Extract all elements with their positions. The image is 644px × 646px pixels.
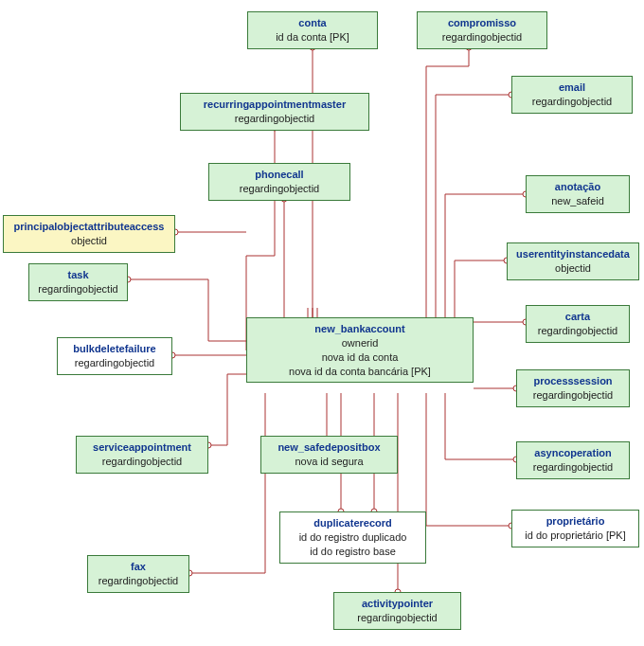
entity-title: processsession xyxy=(523,374,623,388)
entity-attr: id do proprietário [PK] xyxy=(518,529,633,543)
entity-title: carta xyxy=(532,310,623,324)
entity-anotacao[interactable]: anotação new_safeid xyxy=(526,175,630,213)
entity-title: new_bankaccount xyxy=(253,322,467,336)
entity-recurringappointmentmaster[interactable]: recurringappointmentmaster regardingobje… xyxy=(180,93,369,131)
entity-phonecall[interactable]: phonecall regardingobjectid xyxy=(208,163,350,201)
entity-attr: regardingobjectid xyxy=(423,30,541,45)
entity-attr: objectid xyxy=(9,234,169,248)
entity-attr: regardingobjectid xyxy=(94,574,183,588)
entity-attr: regardingobjectid xyxy=(518,95,626,109)
entity-task[interactable]: task regardingobjectid xyxy=(28,263,128,301)
entity-title: phonecall xyxy=(215,168,344,182)
entity-attr: id do registro base xyxy=(286,545,420,559)
entity-title: email xyxy=(518,81,626,95)
entity-carta[interactable]: carta regardingobjectid xyxy=(526,305,630,343)
entity-attr: regardingobjectid xyxy=(187,112,363,126)
entity-compromisso[interactable]: compromisso regardingobjectid xyxy=(417,11,547,49)
entity-email[interactable]: email regardingobjectid xyxy=(511,76,633,114)
entity-attr: regardingobjectid xyxy=(215,182,344,196)
entity-title: compromisso xyxy=(423,16,541,30)
entity-bulkdeletefailure[interactable]: bulkdeletefailure regardingobjectid xyxy=(57,337,172,375)
entity-processsession[interactable]: processsession regardingobjectid xyxy=(516,369,630,407)
entity-title: recurringappointmentmaster xyxy=(187,98,363,112)
entity-attr: nova id da conta bancária [PK] xyxy=(253,365,467,379)
entity-title: fax xyxy=(94,560,183,574)
entity-attr: regardingobjectid xyxy=(340,611,455,625)
entity-title: proprietário xyxy=(518,514,633,529)
entity-activitypointer[interactable]: activitypointer regardingobjectid xyxy=(333,592,461,630)
entity-new-bankaccount[interactable]: new_bankaccount ownerid nova id da conta… xyxy=(246,317,474,383)
entity-attr: regardingobjectid xyxy=(523,460,623,475)
entity-attr: nova id da conta xyxy=(253,350,467,365)
entity-principalobjectattributeaccess[interactable]: principalobjectattributeaccess objectid xyxy=(3,215,175,253)
entity-title: anotação xyxy=(532,180,623,194)
entity-attr: id do registro duplicado xyxy=(286,530,420,545)
entity-duplicaterecord[interactable]: duplicaterecord id do registro duplicado… xyxy=(279,511,426,564)
entity-title: duplicaterecord xyxy=(286,516,420,530)
entity-new-safedepositbox[interactable]: new_safedepositbox nova id segura xyxy=(260,436,398,474)
entity-attr: nova id segura xyxy=(267,455,391,469)
entity-attr: objectid xyxy=(513,261,633,276)
entity-conta[interactable]: conta id da conta [PK] xyxy=(247,11,378,49)
entity-title: principalobjectattributeaccess xyxy=(9,220,169,234)
entity-attr: regardingobjectid xyxy=(532,324,623,338)
entity-title: activitypointer xyxy=(340,597,455,611)
entity-fax[interactable]: fax regardingobjectid xyxy=(87,555,189,593)
erd-diagram: conta id da conta [PK] compromisso regar… xyxy=(0,0,644,646)
entity-attr: new_safeid xyxy=(532,194,623,208)
entity-title: new_safedepositbox xyxy=(267,440,391,455)
entity-title: conta xyxy=(254,16,371,30)
entity-title: bulkdeletefailure xyxy=(63,342,166,356)
entity-serviceappointment[interactable]: serviceappointment regardingobjectid xyxy=(76,436,208,474)
entity-title: userentityinstancedata xyxy=(513,247,633,261)
entity-attr: ownerid xyxy=(253,336,467,350)
entity-attr: regardingobjectid xyxy=(63,356,166,370)
entity-attr: regardingobjectid xyxy=(523,388,623,403)
entity-title: asyncoperation xyxy=(523,446,623,460)
entity-userentityinstancedata[interactable]: userentityinstancedata objectid xyxy=(507,242,639,280)
entity-title: task xyxy=(35,268,121,282)
entity-title: serviceappointment xyxy=(82,440,202,455)
entity-proprietario[interactable]: proprietário id do proprietário [PK] xyxy=(511,510,639,547)
entity-attr: regardingobjectid xyxy=(82,455,202,469)
entity-asyncoperation[interactable]: asyncoperation regardingobjectid xyxy=(516,441,630,479)
entity-attr: id da conta [PK] xyxy=(254,30,371,45)
entity-attr: regardingobjectid xyxy=(35,282,121,296)
